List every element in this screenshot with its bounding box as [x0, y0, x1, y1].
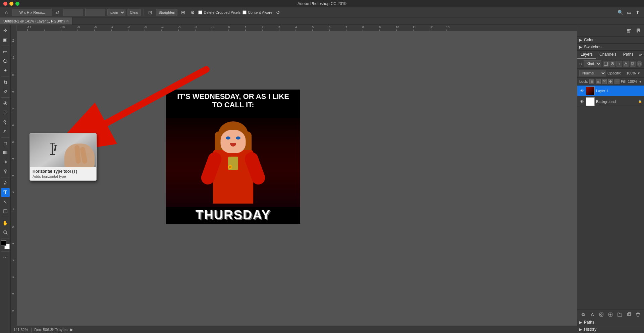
- add-mask-btn[interactable]: [598, 311, 605, 318]
- add-adjustment-btn[interactable]: [607, 311, 614, 318]
- svg-rect-107: [628, 313, 631, 315]
- app-title: Adobe Photoshop CC 2019: [298, 1, 346, 6]
- extra-tools-btn[interactable]: ⋯: [1, 253, 10, 262]
- opacity-arrow[interactable]: ▼: [637, 71, 640, 75]
- home-btn[interactable]: ⌂: [3, 9, 10, 16]
- swap-icon[interactable]: ⇄: [54, 9, 61, 16]
- add-group-btn[interactable]: [616, 311, 623, 318]
- units-select[interactable]: px/in: [107, 9, 125, 16]
- clone-stamp-btn[interactable]: [1, 118, 10, 126]
- color-panel-header[interactable]: ▶ Color: [577, 37, 644, 43]
- filter-type-icon[interactable]: T: [616, 61, 622, 67]
- move-tool-btn[interactable]: ✛: [1, 26, 10, 35]
- marquee-tool-btn[interactable]: ▭: [1, 47, 10, 56]
- panel-expand-btn[interactable]: ≫: [637, 51, 644, 58]
- close-button[interactable]: [3, 2, 7, 6]
- magic-wand-btn[interactable]: ✦: [1, 66, 10, 75]
- layer-item-1[interactable]: 👁 Layer 1: [577, 86, 644, 96]
- reset-icon[interactable]: ↺: [274, 9, 282, 16]
- minimize-button[interactable]: [9, 2, 13, 6]
- align-left-icon[interactable]: [625, 26, 633, 35]
- tool-preset-dropdown[interactable]: W x H x Reso...: [12, 9, 52, 16]
- tab-channels[interactable]: Channels: [596, 51, 620, 59]
- layer-1-visibility[interactable]: 👁: [579, 88, 585, 94]
- zoom-btn[interactable]: [1, 228, 10, 237]
- svg-text:-6: -6: [11, 124, 14, 127]
- lock-row: Lock: ⋯ Fill: 100% ▼: [577, 78, 644, 86]
- filter-pixel-icon[interactable]: [603, 61, 609, 67]
- background-visibility[interactable]: 👁: [579, 99, 585, 104]
- filter-toggle-btn[interactable]: ○: [637, 61, 642, 67]
- screen-mode-icon[interactable]: ▭: [625, 9, 633, 16]
- grid-icon[interactable]: ⊞: [179, 9, 187, 16]
- eyedropper-btn[interactable]: [1, 87, 10, 96]
- width-input[interactable]: [63, 9, 83, 16]
- filter-smart-icon[interactable]: [630, 61, 636, 67]
- tooltip-title: Horizontal Type tool (T): [33, 169, 94, 174]
- svg-text:4: 4: [295, 25, 297, 29]
- filter-adjust-icon[interactable]: [609, 61, 615, 67]
- type-tool-btn[interactable]: T: [1, 188, 10, 197]
- document-tab[interactable]: Untitled-1 @ 141% (Layer 1, RGB/8*) ✕: [0, 17, 72, 24]
- opacity-label: Opacity:: [607, 71, 621, 75]
- tab-paths[interactable]: Paths: [620, 51, 637, 59]
- lock-all-icon[interactable]: ⋯: [614, 79, 620, 84]
- paths-panel-header[interactable]: ▶ Paths: [577, 319, 644, 326]
- align-vertical-icon[interactable]: [634, 26, 643, 35]
- share-icon[interactable]: ⬆: [634, 9, 641, 16]
- canvas-content[interactable]: IT'S WEDNESDAY, OR AS I LIKETO CALL IT:: [17, 31, 577, 326]
- svg-text:9: 9: [379, 25, 381, 29]
- lock-position-icon[interactable]: [608, 79, 613, 84]
- dodge-btn[interactable]: [1, 167, 10, 176]
- svg-text:-1: -1: [11, 208, 14, 211]
- lock-artboard-icon[interactable]: [602, 79, 607, 84]
- settings-icon[interactable]: ⚙: [189, 9, 196, 16]
- filter-shape-icon[interactable]: [623, 61, 629, 67]
- hand-btn[interactable]: ✋: [1, 219, 10, 227]
- color-swatches[interactable]: [1, 240, 10, 249]
- lasso-tool-btn[interactable]: [1, 57, 10, 65]
- content-aware-check[interactable]: [243, 10, 247, 14]
- artboard-tool-btn[interactable]: ▣: [1, 36, 10, 44]
- layer-background[interactable]: 👁 Background 🔒: [577, 96, 644, 107]
- path-selection-btn[interactable]: ↖: [1, 198, 10, 206]
- svg-rect-10: [4, 210, 7, 213]
- height-input[interactable]: [85, 9, 105, 16]
- svg-text:-6: -6: [127, 25, 130, 29]
- eraser-btn[interactable]: ◻: [1, 139, 10, 148]
- healing-btn[interactable]: [1, 99, 10, 108]
- svg-text:8: 8: [362, 25, 364, 29]
- straighten-btn[interactable]: Straighten: [156, 9, 177, 16]
- search-icon[interactable]: 🔍: [616, 9, 624, 16]
- blur-btn[interactable]: [1, 158, 10, 166]
- delete-cropped-check[interactable]: [198, 10, 202, 14]
- add-link-btn[interactable]: [580, 311, 587, 318]
- delete-layer-btn[interactable]: [635, 311, 641, 318]
- tab-layers[interactable]: Layers: [577, 51, 596, 59]
- history-panel-header[interactable]: ▶ History: [577, 326, 644, 333]
- foreground-color[interactable]: [1, 240, 6, 246]
- svg-text:13: 13: [446, 25, 449, 29]
- lock-transparent-icon[interactable]: [589, 79, 594, 84]
- canvas-area[interactable]: -11 -10 -9 -8 -7 -6 -5 -4: [11, 25, 577, 333]
- svg-rect-87: [627, 30, 630, 31]
- shape-btn[interactable]: [1, 207, 10, 216]
- add-layer-btn[interactable]: [626, 311, 632, 318]
- clear-btn[interactable]: Clear: [127, 9, 141, 16]
- lock-image-icon[interactable]: [596, 79, 601, 84]
- gradient-btn[interactable]: [1, 148, 10, 157]
- swatches-panel-header[interactable]: ▶ Swatches: [577, 44, 644, 50]
- opacity-value[interactable]: 100%: [622, 71, 636, 75]
- status-arrow-btn[interactable]: ▶: [70, 327, 73, 332]
- history-brush-btn[interactable]: [1, 127, 10, 136]
- kind-select[interactable]: Kind: [584, 60, 601, 67]
- tab-close-icon[interactable]: ✕: [66, 19, 69, 23]
- add-effect-btn[interactable]: [589, 311, 596, 318]
- maximize-button[interactable]: [15, 2, 19, 6]
- pen-btn[interactable]: [1, 179, 10, 187]
- brush-btn[interactable]: [1, 108, 10, 117]
- fill-arrow[interactable]: ▼: [639, 80, 642, 84]
- crop-tool-btn[interactable]: [1, 78, 10, 87]
- blend-mode-select[interactable]: Normal: [579, 70, 606, 76]
- fill-value[interactable]: 100%: [628, 79, 637, 84]
